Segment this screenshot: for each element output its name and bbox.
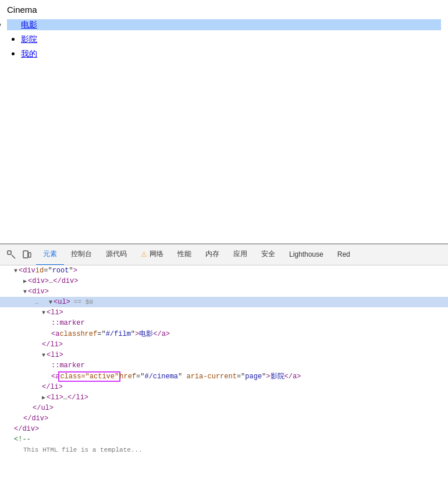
dollar-sign: == $0 <box>74 299 93 306</box>
tab-recorder[interactable]: Red <box>330 244 357 265</box>
code-line-div-close2: </div> <box>0 424 448 434</box>
warning-icon: ⚠ <box>141 250 147 258</box>
tab-network[interactable]: ⚠ 网络 <box>134 244 170 265</box>
devtools-panel: 元素 控制台 源代码 ⚠ 网络 性能 内存 应用 安全 Lighthouse R… <box>0 243 448 500</box>
code-line-div-collapsed1: ▶<div>…</div> <box>0 276 448 286</box>
devtools-toolbar-icons <box>2 249 36 261</box>
code-line-div-close: </div> <box>0 413 448 424</box>
code-line-div-root: ▼<div id="root"> <box>0 265 448 276</box>
code-line-a-film: <a class href="#/film">电影</a> <box>0 328 448 339</box>
tab-elements[interactable]: 元素 <box>36 244 64 265</box>
nav-link-film[interactable]: 电影 <box>21 20 37 29</box>
code-line-div-open: ▼<div> <box>0 286 448 297</box>
code-line-comment: <!-- <box>0 434 448 445</box>
code-line-marker2: ::marker <box>0 360 448 371</box>
code-line-ul-close: </ul> <box>0 403 448 413</box>
code-line-li2-close: </li> <box>0 382 448 392</box>
tab-sources[interactable]: 源代码 <box>99 244 134 265</box>
nav-link-cinema[interactable]: 影院 <box>21 34 37 44</box>
tab-memory[interactable]: 内存 <box>198 244 226 265</box>
page-content: Cinema 电影 影院 我的 <box>0 0 448 243</box>
nav-link-mine[interactable]: 我的 <box>21 49 37 58</box>
tab-application[interactable]: 应用 <box>226 244 254 265</box>
page-title: Cinema <box>7 5 441 15</box>
nav-item-cinema: 影院 <box>21 34 441 45</box>
code-line-li2-open: ▼<li> <box>0 350 448 360</box>
svg-rect-0 <box>8 251 11 254</box>
dots-col: … <box>33 299 49 306</box>
code-line-ul-selected[interactable]: … ▼<ul> == $0 <box>0 297 448 307</box>
svg-rect-2 <box>29 253 31 257</box>
nav-item-mine: 我的 <box>21 48 441 59</box>
device-toggle-icon[interactable] <box>21 249 33 261</box>
svg-rect-1 <box>23 251 28 258</box>
nav-list: 电影 影院 我的 <box>7 19 441 59</box>
code-line-comment-text: This HTML file is a template... <box>0 445 448 455</box>
code-line-li1-close: </li> <box>0 339 448 350</box>
code-line-marker1: ::marker <box>0 318 448 328</box>
inspect-icon[interactable] <box>6 249 17 261</box>
tab-lighthouse[interactable]: Lighthouse <box>282 244 330 265</box>
devtools-code-area: ▼<div id="root"> ▶<div>…</div> ▼<div> … … <box>0 265 448 500</box>
nav-item-film: 电影 <box>7 19 441 30</box>
tab-security[interactable]: 安全 <box>254 244 282 265</box>
tab-console[interactable]: 控制台 <box>64 244 99 265</box>
code-line-a-cinema: <a class="active" href="#/cinema" aria-c… <box>0 371 448 382</box>
code-line-li1-open: ▼<li> <box>0 307 448 318</box>
devtools-tabs: 元素 控制台 源代码 ⚠ 网络 性能 内存 应用 安全 Lighthouse R… <box>0 244 448 265</box>
tab-performance[interactable]: 性能 <box>170 244 198 265</box>
code-line-li-collapsed: ▶<li>…</li> <box>0 392 448 403</box>
